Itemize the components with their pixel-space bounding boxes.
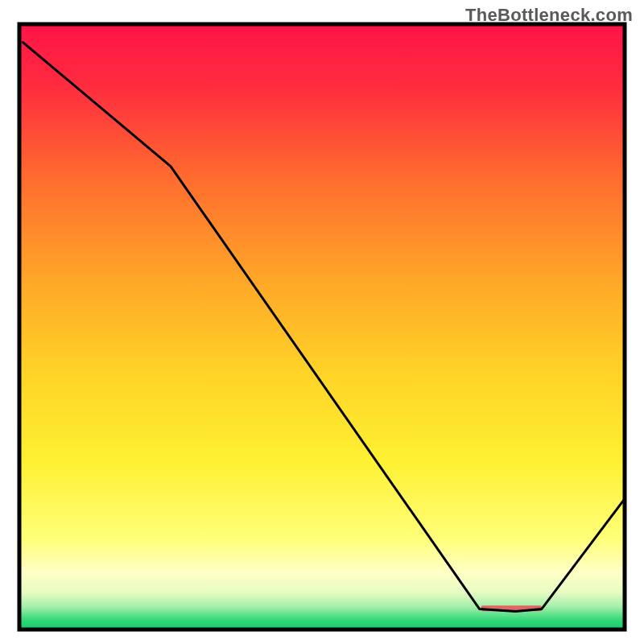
watermark-text: TheBottleneck.com bbox=[465, 5, 633, 26]
bottleneck-chart bbox=[0, 0, 644, 644]
chart-root: TheBottleneck.com bbox=[0, 0, 644, 644]
